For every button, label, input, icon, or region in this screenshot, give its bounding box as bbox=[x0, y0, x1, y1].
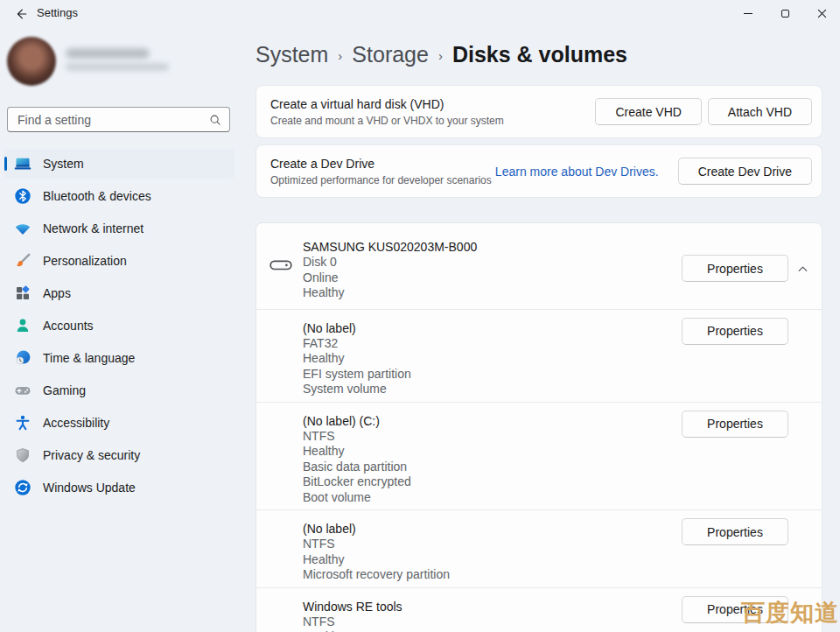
close-icon bbox=[817, 9, 827, 18]
sidebar-item-label: Apps bbox=[43, 286, 71, 300]
user-email-blurred bbox=[66, 63, 169, 71]
volume-row-efi: (No label) FAT32 Healthy EFI system part… bbox=[256, 309, 822, 402]
sidebar-item-time-language[interactable]: Time & language bbox=[4, 343, 234, 373]
bluetooth-icon bbox=[14, 187, 32, 205]
disk-properties-button[interactable]: Properties bbox=[682, 255, 788, 282]
chevron-up-icon bbox=[796, 263, 809, 276]
maximize-icon bbox=[781, 10, 789, 18]
volume-encryption: BitLocker encrypted bbox=[303, 474, 822, 490]
sidebar-item-network-internet[interactable]: Network & internet bbox=[4, 214, 234, 243]
shield-icon bbox=[14, 446, 32, 464]
clock-globe-icon bbox=[14, 349, 32, 367]
sidebar-item-label: System bbox=[43, 157, 84, 171]
collapse-toggle[interactable] bbox=[792, 259, 813, 278]
breadcrumb-storage[interactable]: Storage bbox=[352, 42, 429, 67]
volume-row-recovery: (No label) NTFS Healthy Microsoft recove… bbox=[256, 509, 822, 587]
volume-partition-type: Microsoft recovery partition bbox=[303, 567, 822, 583]
sidebar-item-bluetooth-devices[interactable]: Bluetooth & devices bbox=[4, 181, 234, 211]
attach-vhd-button[interactable]: Attach VHD bbox=[708, 98, 812, 125]
vhd-card-title: Create a virtual hard disk (VHD) bbox=[270, 96, 595, 112]
breadcrumb-separator: › bbox=[438, 46, 443, 63]
paintbrush-icon bbox=[14, 252, 32, 270]
sidebar-item-system[interactable]: System bbox=[4, 149, 234, 179]
window-controls bbox=[730, 0, 840, 26]
disks-card: SAMSUNG KUS020203M-B000 Disk 0 Online He… bbox=[256, 222, 822, 632]
user-profile[interactable] bbox=[7, 35, 234, 89]
sidebar-nav: System Bluetooth & devices Network & int… bbox=[4, 149, 234, 502]
back-button[interactable] bbox=[9, 4, 33, 25]
volume-properties-button[interactable]: Properties bbox=[682, 318, 788, 345]
sidebar-item-gaming[interactable]: Gaming bbox=[4, 376, 234, 405]
back-arrow-icon bbox=[14, 7, 28, 21]
vhd-card: Create a virtual hard disk (VHD) Create … bbox=[256, 85, 822, 138]
maximize-button[interactable] bbox=[766, 0, 803, 26]
volume-properties-button[interactable]: Properties bbox=[682, 518, 788, 545]
dev-drives-learn-more-link[interactable]: Learn more about Dev Drives. bbox=[495, 165, 659, 179]
titlebar: Settings bbox=[0, 0, 840, 26]
minimize-button[interactable] bbox=[730, 0, 766, 26]
volume-health: Healthy bbox=[303, 444, 822, 460]
dev-drive-card: Create a Dev Drive Optimized performance… bbox=[256, 144, 822, 198]
volume-role: Boot volume bbox=[303, 490, 822, 506]
search-input[interactable] bbox=[8, 108, 229, 131]
volume-partition-type: EFI system partition bbox=[303, 367, 822, 383]
disk-row: SAMSUNG KUS020203M-B000 Disk 0 Online He… bbox=[256, 223, 822, 309]
user-name-blurred bbox=[66, 48, 150, 59]
sidebar-item-accounts[interactable]: Accounts bbox=[4, 311, 234, 341]
breadcrumb-system[interactable]: System bbox=[256, 42, 328, 67]
dev-card-title: Create a Dev Drive bbox=[270, 156, 495, 172]
sidebar-item-apps[interactable]: Apps bbox=[4, 278, 234, 308]
disk-title: SAMSUNG KUS020203M-B000 bbox=[303, 239, 822, 255]
page-title: Disks & volumes bbox=[452, 42, 627, 67]
dev-card-texts: Create a Dev Drive Optimized performance… bbox=[270, 156, 495, 187]
sidebar-item-label: Privacy & security bbox=[43, 448, 140, 462]
sync-arrows-icon bbox=[14, 479, 32, 496]
sidebar-item-windows-update[interactable]: Windows Update bbox=[4, 473, 234, 502]
search-icon[interactable] bbox=[209, 114, 221, 130]
app-title: Settings bbox=[37, 6, 78, 19]
sidebar-item-label: Personalization bbox=[43, 254, 127, 268]
dev-card-description: Optimized performance for developer scen… bbox=[270, 174, 495, 187]
volume-role: System volume bbox=[303, 382, 822, 397]
volume-row-c-drive: (No label) (C:) NTFS Healthy Basic data … bbox=[256, 402, 822, 510]
sidebar-item-label: Bluetooth & devices bbox=[43, 189, 151, 203]
sidebar-item-label: Accessibility bbox=[43, 416, 109, 430]
person-icon bbox=[14, 317, 32, 334]
avatar bbox=[7, 37, 56, 86]
system-laptop-icon bbox=[14, 155, 32, 172]
breadcrumb-separator: › bbox=[338, 46, 342, 63]
volume-health: Healthy bbox=[303, 351, 822, 367]
volume-row-windows-re: Windows RE tools NTFS Healthy Properties bbox=[256, 587, 822, 632]
close-button[interactable] bbox=[803, 0, 840, 26]
drive-icon bbox=[270, 256, 292, 277]
sidebar-item-label: Accounts bbox=[43, 319, 94, 333]
person-arms-out-icon bbox=[14, 414, 32, 432]
volume-properties-button[interactable]: Properties bbox=[682, 411, 788, 438]
create-dev-drive-button[interactable]: Create Dev Drive bbox=[678, 158, 812, 185]
sidebar-item-label: Gaming bbox=[43, 383, 86, 397]
selected-indicator bbox=[4, 157, 7, 171]
sidebar-item-label: Time & language bbox=[43, 351, 135, 365]
wifi-icon bbox=[14, 220, 32, 237]
vhd-card-texts: Create a virtual hard disk (VHD) Create … bbox=[270, 96, 595, 128]
search-box bbox=[7, 107, 230, 132]
disk-health: Healthy bbox=[303, 285, 822, 301]
volume-partition-type: Basic data partition bbox=[303, 460, 822, 475]
minimize-icon bbox=[744, 13, 752, 14]
sidebar-item-accessibility[interactable]: Accessibility bbox=[4, 408, 234, 438]
app-grid-icon bbox=[14, 284, 32, 302]
sidebar-item-personalization[interactable]: Personalization bbox=[4, 246, 234, 276]
baidu-zhidao-watermark: 百度知道 bbox=[741, 597, 839, 628]
breadcrumb: System › Storage › Disks & volumes bbox=[256, 39, 627, 70]
vhd-card-description: Create and mount a VHD or VHDX to your s… bbox=[270, 115, 595, 128]
volume-health: Healthy bbox=[303, 552, 822, 568]
gamepad-icon bbox=[14, 382, 32, 399]
sidebar-item-label: Windows Update bbox=[43, 481, 136, 495]
sidebar: System Bluetooth & devices Network & int… bbox=[0, 26, 243, 632]
sidebar-item-label: Network & internet bbox=[43, 221, 144, 235]
sidebar-item-privacy-security[interactable]: Privacy & security bbox=[4, 440, 234, 470]
create-vhd-button[interactable]: Create VHD bbox=[595, 98, 701, 125]
